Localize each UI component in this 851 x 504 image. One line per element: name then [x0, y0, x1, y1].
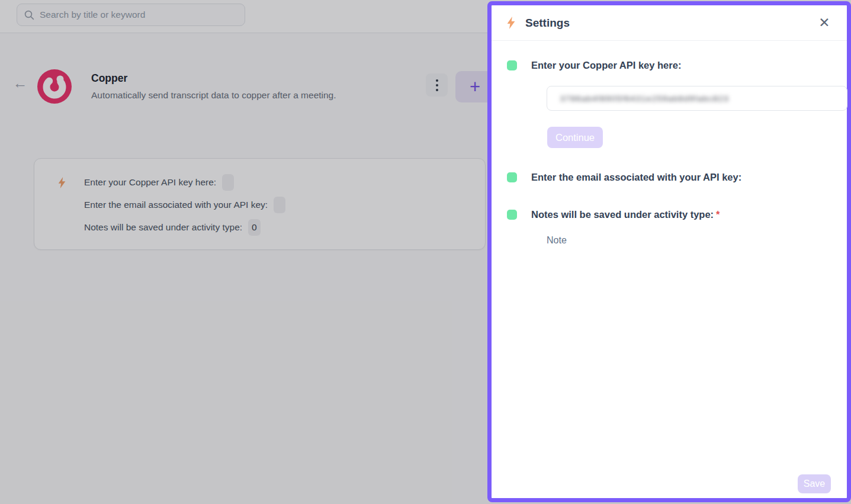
section-email: Enter the email associated with your API…	[507, 172, 831, 183]
api-key-label: Enter your Copper API key here:	[531, 60, 681, 71]
settings-panel-body: Enter your Copper API key here: 3786ab4f…	[492, 41, 847, 498]
activity-type-label: Notes will be saved under activity type:…	[531, 209, 720, 220]
continue-button[interactable]: Continue	[547, 127, 603, 148]
api-key-input[interactable]: 3786ab4f8905f6431e259ab8d9fabc823	[547, 86, 847, 111]
settings-panel-header: Settings ✕	[492, 5, 847, 41]
activity-type-option[interactable]: Note	[547, 235, 831, 246]
close-icon[interactable]: ✕	[816, 15, 833, 31]
settings-panel: Settings ✕ Enter your Copper API key her…	[487, 1, 851, 502]
settings-title: Settings	[525, 17, 570, 30]
api-key-masked-value: 3786ab4f8905f6431e259ab8d9fabc823	[560, 94, 729, 103]
save-button[interactable]: Save	[798, 474, 831, 493]
status-square-icon	[507, 60, 517, 70]
section-activity-type: Notes will be saved under activity type:…	[507, 209, 831, 220]
email-label: Enter the email associated with your API…	[531, 172, 741, 183]
required-asterisk: *	[716, 209, 720, 220]
lightning-icon	[506, 17, 516, 29]
status-square-icon	[507, 210, 517, 220]
status-square-icon	[507, 172, 517, 182]
section-api-key: Enter your Copper API key here:	[507, 60, 831, 71]
